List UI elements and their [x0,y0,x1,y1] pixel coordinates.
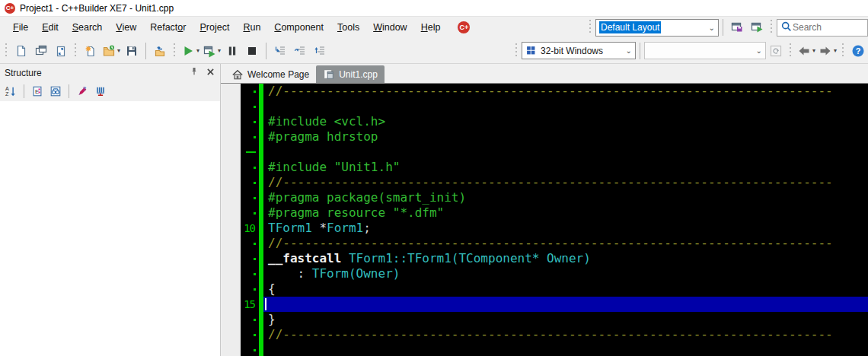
save-desktop-button[interactable] [727,17,747,37]
code-text[interactable]: #include <vcl.h> [263,114,868,129]
menu-edit[interactable]: Edit [35,19,65,36]
code-line-16[interactable]: } [241,312,868,327]
code-text[interactable]: //--------------------------------------… [263,236,868,251]
code-line-18[interactable] [241,342,868,356]
new-items-button[interactable] [11,41,31,61]
gutter[interactable] [241,114,259,129]
panel-splitter[interactable] [222,84,241,356]
gutter[interactable]: 15 [241,297,259,312]
pause-button[interactable] [222,41,242,61]
code-line-9[interactable]: #pragma resource "*.dfm" [241,205,868,221]
view-form-button[interactable] [51,41,71,61]
chevron-down-icon[interactable]: ▾ [812,47,815,54]
gutter[interactable] [241,312,259,327]
code-line-13[interactable]: : TForm(Owner) [241,266,868,281]
toolbar-grip[interactable] [588,20,593,35]
menu-search[interactable]: Search [65,19,110,36]
run-until-return-button[interactable] [310,41,330,61]
new-form-button[interactable] [31,41,51,61]
code-line-14[interactable]: { [241,281,868,297]
code-editor[interactable]: //--------------------------------------… [241,84,868,356]
menu-tools[interactable]: Tools [330,19,366,36]
code-text[interactable]: : TForm(Owner) [263,266,868,281]
code-text[interactable]: } [263,312,868,327]
code-text[interactable] [263,99,868,114]
structure-panel-header[interactable]: Structure [0,64,220,81]
desktop-layout-combo[interactable]: Default Layout ⌄ [595,19,719,37]
code-text[interactable]: //--------------------------------------… [263,175,868,190]
code-text[interactable]: //--------------------------------------… [263,84,868,99]
run-button[interactable]: ▾ [180,41,201,61]
open-file-button[interactable]: ▾ [101,41,122,61]
code-line-12[interactable]: __fastcall TForm1::TForm1(TComponent* Ow… [241,251,868,266]
gutter[interactable] [241,342,259,356]
code-text[interactable]: //--------------------------------------… [263,327,868,342]
navigate-forward-button[interactable]: ▾ [817,41,838,61]
menu-refactor[interactable]: Refactor [143,19,193,36]
toolbar-grip[interactable] [4,43,9,59]
code-text[interactable]: #pragma package(smart_init) [263,190,868,205]
run-without-debugging-button[interactable]: ▾ [201,41,222,61]
code-text[interactable] [263,342,868,356]
program-reset-button[interactable] [242,41,262,61]
gutter[interactable] [241,99,259,114]
toolbar-grip[interactable] [788,43,793,59]
code-line-1[interactable]: //--------------------------------------… [241,84,868,99]
menu-help[interactable]: Help [414,19,448,36]
menu-file[interactable]: File [6,19,35,36]
code-text[interactable]: __fastcall TForm1::TForm1(TComponent* Ow… [263,251,868,266]
code-line-8[interactable]: #pragma package(smart_init) [241,190,868,205]
menu-window[interactable]: Window [366,19,413,36]
chevron-down-icon[interactable]: ▾ [117,47,120,54]
code-line-7[interactable]: //--------------------------------------… [241,175,868,190]
docking-button[interactable] [91,83,110,100]
gutter[interactable] [241,145,259,160]
gutter[interactable] [241,190,259,205]
code-line-4[interactable]: #pragma hdrstop [241,129,868,145]
modify-button[interactable]: ? [73,83,91,100]
gutter[interactable] [241,327,259,342]
code-text[interactable]: { [263,281,868,297]
gutter[interactable] [241,84,259,99]
toolbar-grip[interactable] [769,20,774,35]
explorer-options-button[interactable]: E [28,83,46,100]
ide-search-box[interactable] [777,19,868,37]
save-button[interactable] [122,41,142,61]
code-line-6[interactable]: #include "Unit1.h" [241,160,868,175]
toolbar-grip[interactable] [841,43,846,59]
gutter[interactable] [241,281,259,297]
refresh-devices-button[interactable] [766,41,786,61]
gutter[interactable] [241,266,259,281]
gutter[interactable] [241,205,259,221]
trace-into-button[interactable] [270,41,290,61]
code-line-17[interactable]: //--------------------------------------… [241,327,868,342]
open-project-button[interactable] [150,41,170,61]
close-icon[interactable] [206,67,215,79]
step-over-button[interactable] [290,41,310,61]
code-line-10[interactable]: 10TForm1 *Form1; [241,221,868,236]
chevron-down-icon[interactable]: ▾ [196,47,199,54]
code-line-3[interactable]: #include <vcl.h> [241,114,868,129]
menu-view[interactable]: View [109,19,143,36]
code-line-15[interactable]: 15 [241,297,868,312]
chevron-down-icon[interactable]: ▾ [834,47,837,54]
target-device-combo[interactable]: ⌄ [644,42,766,59]
gutter[interactable] [241,251,259,266]
toolbar-grip[interactable] [172,43,177,59]
search-input[interactable] [793,22,858,33]
code-text[interactable] [263,297,868,312]
toolbar-grip[interactable] [514,43,519,59]
chevron-down-icon[interactable]: ▾ [218,47,221,54]
pin-icon[interactable] [189,66,199,79]
gutter[interactable]: 10 [241,221,259,236]
code-text[interactable]: TForm1 *Form1; [263,221,868,236]
code-text[interactable]: #pragma hdrstop [263,129,868,145]
menu-run[interactable]: Run [236,19,267,36]
menu-project[interactable]: Project [193,19,236,36]
code-line-11[interactable]: //--------------------------------------… [241,236,868,251]
sort-alphabetically-button[interactable]: AZ [2,83,20,100]
target-platform-combo[interactable]: 32-bit Windows⌄ [522,42,636,59]
gutter[interactable] [241,175,259,190]
gutter[interactable] [241,129,259,145]
structure-panel-body[interactable] [0,101,220,356]
